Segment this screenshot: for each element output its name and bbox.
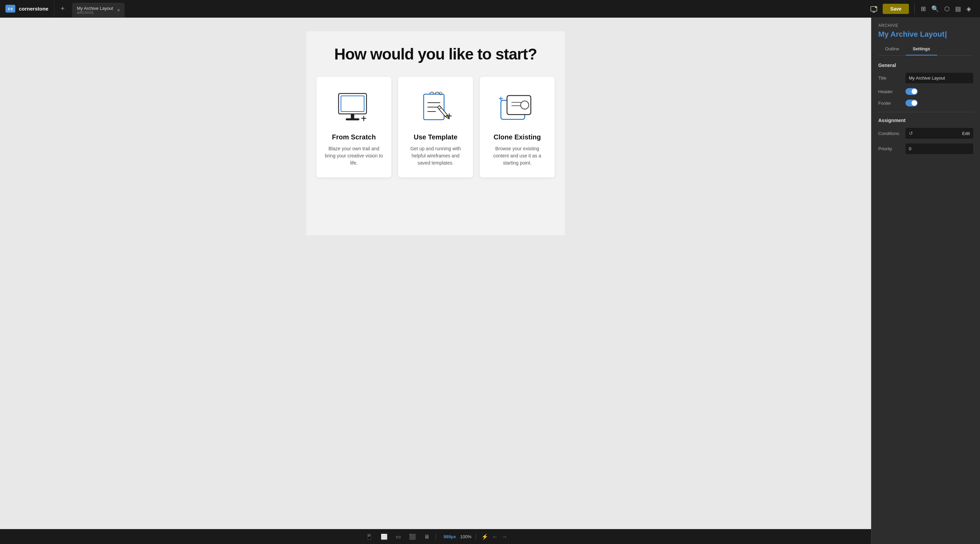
panel-header: Archive My Archive Layout Outline Settin… bbox=[872, 18, 980, 57]
top-bar-right: Save ⊞ 🔍 ⬡ ▤ ◈ bbox=[868, 3, 980, 15]
logo-icon: cs bbox=[5, 5, 15, 13]
svg-rect-6 bbox=[351, 114, 354, 119]
clone-existing-title: Clone Existing bbox=[494, 133, 541, 141]
clone-existing-icon bbox=[495, 89, 539, 127]
footer-row: Footer bbox=[878, 100, 973, 106]
tab-settings[interactable]: Settings bbox=[906, 43, 937, 56]
priority-row: Priority bbox=[878, 143, 973, 154]
footer-toggle-knob bbox=[912, 100, 917, 106]
use-template-title: Use Template bbox=[414, 133, 458, 141]
bottom-divider-1 bbox=[436, 533, 436, 540]
panel-tabs: Outline Settings bbox=[878, 43, 973, 56]
main-layout: How would you like to start? bbox=[0, 18, 980, 544]
add-tab-button[interactable]: + bbox=[57, 3, 68, 14]
bottom-divider-2 bbox=[476, 533, 476, 540]
panel-section-label: Archive bbox=[878, 23, 973, 28]
panel-body: General Title Header Footer Assignment bbox=[872, 57, 980, 544]
top-bar: cs cornerstone + My Archive Layout ARCHI… bbox=[0, 0, 980, 18]
tab-content: My Archive Layout ARCHIVE bbox=[77, 6, 113, 14]
canvas-content: How would you like to start? bbox=[0, 18, 871, 529]
title-input[interactable] bbox=[905, 73, 973, 83]
archive-tab[interactable]: My Archive Layout ARCHIVE × bbox=[72, 3, 124, 18]
grid-icon[interactable]: ⊞ bbox=[919, 3, 928, 14]
brand-name: cornerstone bbox=[19, 6, 48, 11]
assignment-section-title: Assignment bbox=[878, 117, 973, 123]
header-toggle[interactable] bbox=[905, 88, 918, 95]
title-row: Title bbox=[878, 73, 973, 83]
conditions-row: Conditions ↺ Edit bbox=[878, 128, 973, 139]
panel-layout-title[interactable]: My Archive Layout bbox=[878, 30, 973, 39]
page-container: How would you like to start? bbox=[306, 31, 565, 235]
from-scratch-card[interactable]: From Scratch Blaze your own trail and br… bbox=[317, 77, 391, 178]
from-scratch-desc: Blaze your own trail and bring your crea… bbox=[325, 145, 383, 167]
undo-button[interactable]: ← bbox=[492, 534, 498, 540]
desktop-view-icon[interactable]: 🖥 bbox=[422, 533, 431, 541]
tablet-view-icon[interactable]: ⬜ bbox=[379, 532, 390, 541]
right-panel: Archive My Archive Layout Outline Settin… bbox=[871, 18, 980, 544]
mobile-view-icon[interactable]: 📱 bbox=[364, 532, 375, 541]
footer-label: Footer bbox=[878, 101, 905, 106]
from-scratch-icon bbox=[332, 89, 376, 127]
header-label: Header bbox=[878, 89, 905, 94]
save-button[interactable]: Save bbox=[883, 4, 909, 14]
conditions-button[interactable]: ↺ Edit bbox=[905, 128, 973, 139]
tab-subtitle: ARCHIVE bbox=[77, 11, 113, 14]
svg-rect-5 bbox=[341, 96, 364, 111]
from-scratch-title: From Scratch bbox=[332, 133, 376, 141]
tablet-landscape-icon[interactable]: ▭ bbox=[394, 532, 403, 541]
cards-grid: From Scratch Blaze your own trail and br… bbox=[317, 77, 555, 178]
panel-separator bbox=[878, 112, 973, 112]
viewport-icon[interactable] bbox=[868, 3, 880, 15]
zoom-level-display: 100% bbox=[460, 534, 471, 539]
conditions-refresh-icon: ↺ bbox=[909, 130, 913, 136]
canvas-area: How would you like to start? bbox=[0, 18, 871, 544]
tab-close-button[interactable]: × bbox=[117, 8, 120, 13]
canvas-width-display: 989px bbox=[443, 534, 456, 539]
svg-rect-7 bbox=[346, 118, 360, 121]
use-template-icon bbox=[414, 89, 458, 127]
right-toolbar: ⊞ 🔍 ⬡ ▤ ◈ bbox=[914, 3, 977, 14]
header-toggle-knob bbox=[912, 89, 917, 94]
redo-button[interactable]: → bbox=[502, 534, 508, 540]
bottom-action-icon[interactable]: ⚡ bbox=[482, 533, 488, 540]
use-template-card[interactable]: Use Template Get up and running with hel… bbox=[398, 77, 473, 178]
tab-title: My Archive Layout bbox=[77, 6, 113, 11]
general-section-title: General bbox=[878, 63, 973, 68]
bottom-bar: 📱 ⬜ ▭ ⬛ 🖥 989px 100% ⚡ ← → bbox=[0, 529, 871, 544]
logo-area: cs cornerstone bbox=[0, 0, 54, 17]
shapes-icon[interactable]: ◈ bbox=[964, 3, 973, 14]
use-template-desc: Get up and running with helpful wirefram… bbox=[406, 145, 465, 167]
layers-icon[interactable]: ▤ bbox=[953, 3, 963, 14]
title-label: Title bbox=[878, 76, 905, 81]
svg-point-24 bbox=[520, 101, 529, 109]
page-heading: How would you like to start? bbox=[317, 45, 555, 63]
clone-existing-desc: Browse your existing content and use it … bbox=[488, 145, 546, 167]
priority-input[interactable] bbox=[905, 143, 973, 154]
conditions-label: Conditions bbox=[878, 131, 905, 136]
box-icon[interactable]: ⬡ bbox=[942, 3, 952, 14]
svg-point-3 bbox=[875, 6, 877, 8]
footer-toggle[interactable] bbox=[905, 100, 918, 106]
header-row: Header bbox=[878, 88, 973, 95]
priority-label: Priority bbox=[878, 146, 905, 151]
clone-existing-card[interactable]: Clone Existing Browse your existing cont… bbox=[480, 77, 555, 178]
search-icon[interactable]: 🔍 bbox=[929, 3, 941, 14]
conditions-edit-text: Edit bbox=[962, 131, 970, 136]
tab-outline[interactable]: Outline bbox=[878, 43, 906, 56]
desktop-custom-icon[interactable]: ⬛ bbox=[407, 532, 418, 541]
